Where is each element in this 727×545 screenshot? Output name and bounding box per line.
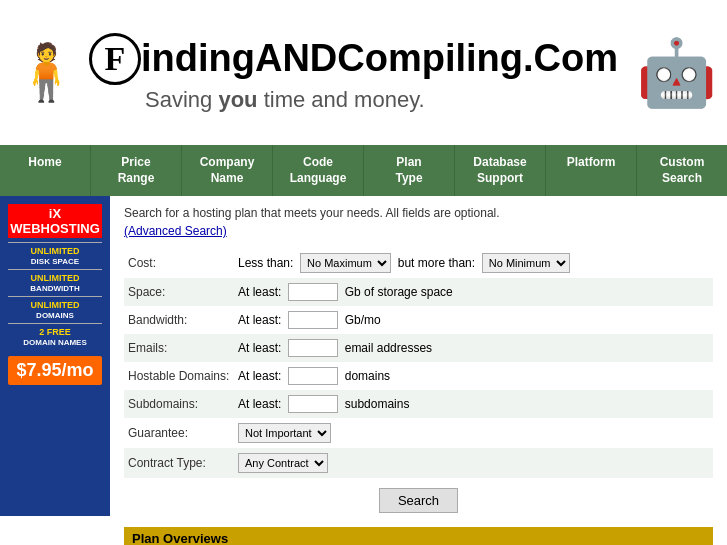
plan-overviews-header: Plan Overviews <box>124 527 713 545</box>
contract-type-select[interactable]: Any Contract Monthly Quarterly Annual <box>238 453 328 473</box>
search-button-row: Search <box>124 478 713 523</box>
bandwidth-label: Bandwidth: <box>124 306 234 334</box>
logo-section: F indingANDCompiling.Com Saving you time… <box>89 33 618 113</box>
hostable-domains-row: Hostable Domains: At least: domains <box>124 362 713 390</box>
plan-overviews: Plan Overviews Plan Cost (Contract lengt… <box>124 527 713 545</box>
search-button[interactable]: Search <box>379 488 458 513</box>
bandwidth-row: Bandwidth: At least: Gb/mo <box>124 306 713 334</box>
bandwidth-suffix: Gb/mo <box>345 313 381 327</box>
cost-inputs: Less than: No Maximum 5101520 but more t… <box>234 248 713 278</box>
sidebar-feature-1: UNLIMITEDDISK SPACE <box>8 242 102 269</box>
main-layout: iX WEBHOSTING UNLIMITEDDISK SPACE UNLIMI… <box>0 196 727 545</box>
emails-input[interactable] <box>288 339 338 357</box>
guarantee-row: Guarantee: Not Important 30 days 60 days… <box>124 418 713 448</box>
logo-f-circle: F <box>89 33 141 85</box>
subdomains-row: Subdomains: At least: subdomains <box>124 390 713 418</box>
header: 🧍 F indingANDCompiling.Com Saving you ti… <box>0 0 727 145</box>
bandwidth-inputs: At least: Gb/mo <box>234 306 713 334</box>
guarantee-select[interactable]: Not Important 30 days 60 days 90 days <box>238 423 331 443</box>
sidebar-feature-2: UNLIMITEDBANDWIDTH <box>8 269 102 296</box>
nav-home[interactable]: Home <box>0 145 91 196</box>
emails-suffix: email addresses <box>345 341 432 355</box>
guarantee-inputs: Not Important 30 days 60 days 90 days <box>234 418 713 448</box>
guarantee-label: Guarantee: <box>124 418 234 448</box>
search-form: Cost: Less than: No Maximum 5101520 but … <box>124 248 713 478</box>
main-content: Search for a hosting plan that meets you… <box>110 196 727 545</box>
tagline-bold: you <box>218 87 257 112</box>
emails-label: Emails: <box>124 334 234 362</box>
subdomains-inputs: At least: subdomains <box>234 390 713 418</box>
cost-label: Cost: <box>124 248 234 278</box>
nav-code-language[interactable]: CodeLanguage <box>273 145 364 196</box>
sidebar: iX WEBHOSTING UNLIMITEDDISK SPACE UNLIMI… <box>0 196 110 545</box>
bandwidth-at-least-label: At least: <box>238 313 281 327</box>
advanced-search-link[interactable]: (Advanced Search) <box>124 224 227 238</box>
right-figure-icon: 🤖 <box>636 40 717 105</box>
cost-more-than-select[interactable]: No Minimum 1235 <box>482 253 570 273</box>
emails-at-least-label: At least: <box>238 341 281 355</box>
logo-text: indingANDCompiling.Com <box>141 37 618 80</box>
hostable-domains-suffix: domains <box>345 369 390 383</box>
cost-row: Cost: Less than: No Maximum 5101520 but … <box>124 248 713 278</box>
emails-row: Emails: At least: email addresses <box>124 334 713 362</box>
space-row: Space: At least: Gb of storage space <box>124 278 713 306</box>
tagline: Saving you time and money. <box>145 87 618 113</box>
hostable-domains-input[interactable] <box>288 367 338 385</box>
sidebar-logo-bar: iX WEBHOSTING <box>8 204 102 238</box>
subdomains-label: Subdomains: <box>124 390 234 418</box>
subdomains-input[interactable] <box>288 395 338 413</box>
bandwidth-input[interactable] <box>288 311 338 329</box>
space-suffix: Gb of storage space <box>345 285 453 299</box>
space-inputs: At least: Gb of storage space <box>234 278 713 306</box>
space-input[interactable] <box>288 283 338 301</box>
left-figure-icon: 🧍 <box>12 45 81 100</box>
sidebar-price: $7.95/mo <box>8 356 101 385</box>
intro-text: Search for a hosting plan that meets you… <box>124 206 713 220</box>
contract-type-label: Contract Type: <box>124 448 234 478</box>
hostable-domains-inputs: At least: domains <box>234 362 713 390</box>
hostable-domains-at-least-label: At least: <box>238 369 281 383</box>
sidebar-ad[interactable]: iX WEBHOSTING UNLIMITEDDISK SPACE UNLIMI… <box>0 196 110 516</box>
but-more-label: but more than: <box>398 256 475 270</box>
nav-company-name[interactable]: CompanyName <box>182 145 273 196</box>
contract-type-row: Contract Type: Any Contract Monthly Quar… <box>124 448 713 478</box>
sidebar-feature-3: UNLIMITEDDOMAINS <box>8 296 102 323</box>
subdomains-at-least-label: At least: <box>238 397 281 411</box>
hostable-domains-label: Hostable Domains: <box>124 362 234 390</box>
emails-inputs: At least: email addresses <box>234 334 713 362</box>
contract-type-inputs: Any Contract Monthly Quarterly Annual <box>234 448 713 478</box>
nav-plan-type[interactable]: PlanType <box>364 145 455 196</box>
sidebar-feature-4: 2 FREEDOMAIN NAMES <box>8 323 102 350</box>
space-label: Space: <box>124 278 234 306</box>
less-than-label: Less than: <box>238 256 293 270</box>
cost-less-than-select[interactable]: No Maximum 5101520 <box>300 253 391 273</box>
nav-price-range[interactable]: PriceRange <box>91 145 182 196</box>
subdomains-suffix: subdomains <box>345 397 410 411</box>
nav-custom-search[interactable]: CustomSearch <box>637 145 727 196</box>
nav-platform[interactable]: Platform <box>546 145 637 196</box>
nav-database-support[interactable]: DatabaseSupport <box>455 145 546 196</box>
navbar: Home PriceRange CompanyName CodeLanguage… <box>0 145 727 196</box>
space-at-least-label: At least: <box>238 285 281 299</box>
